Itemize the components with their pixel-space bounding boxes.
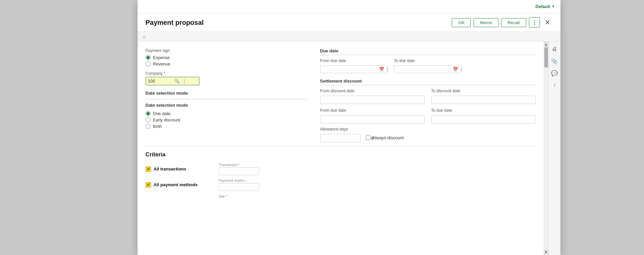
- payment-method-input[interactable]: [219, 183, 259, 191]
- transaction-field-label: Transaction *: [219, 163, 266, 167]
- radio-due-date-input[interactable]: [146, 111, 151, 116]
- all-payment-methods-label-col: All payment methods: [146, 182, 213, 188]
- print-icon-button[interactable]: 🖨: [549, 44, 559, 54]
- sidebar-icons: 🖨 📎 💬 ↑: [548, 42, 560, 255]
- settlement-to-due-input[interactable]: [431, 115, 536, 123]
- ok-button[interactable]: OK: [452, 18, 471, 27]
- memo-button[interactable]: Memo: [474, 18, 498, 27]
- to-discount-date-label: To discount date: [431, 89, 536, 93]
- all-transactions-label-col: All transactions: [146, 166, 213, 172]
- allowance-row: Allowance days Always discount: [320, 127, 536, 142]
- transaction-input[interactable]: [219, 167, 259, 175]
- comment-icon-button[interactable]: 💬: [549, 68, 559, 78]
- payment-method-field-label: Payment metho...: [219, 178, 266, 183]
- radio-expense[interactable]: Expense: [146, 55, 307, 60]
- payment-sign-group: Payment sign Expense Revenue: [146, 48, 307, 66]
- date-selection-section-title: Date selection mode: [146, 91, 307, 96]
- form-right: Due date From due date 📅 ⋮: [320, 48, 536, 142]
- radio-expense-label: Expense: [153, 55, 170, 60]
- criteria-section: Criteria All transactions Transaction *: [146, 146, 536, 198]
- site-row: Site *: [146, 194, 536, 198]
- settlement-section-title: Settlement discount: [320, 79, 536, 85]
- payment-sign-label: Payment sign: [146, 48, 307, 53]
- date-selection-subsection-title: Date selection mode: [146, 103, 307, 108]
- date-selection-divider: [146, 99, 307, 99]
- from-discount-date-label: From discount date: [320, 89, 425, 93]
- all-payment-methods-checkbox[interactable]: [146, 182, 151, 188]
- all-transactions-checkbox[interactable]: [146, 166, 151, 172]
- to-discount-date-field: To discount date: [431, 89, 536, 104]
- to-due-date-more-icon[interactable]: ⋮: [459, 67, 464, 72]
- from-discount-date-input[interactable]: [320, 96, 425, 104]
- site-field-label: Site *: [219, 194, 266, 198]
- to-due-date-calendar-icon[interactable]: 📅: [452, 67, 459, 72]
- all-payment-methods-row: All payment methods Payment metho...: [146, 178, 536, 191]
- radio-both-input[interactable]: [146, 124, 151, 129]
- radio-due-date[interactable]: Due date: [146, 111, 307, 116]
- to-discount-date-input[interactable]: [431, 96, 536, 104]
- close-button[interactable]: ✕: [543, 18, 552, 27]
- scroll-track: [544, 47, 548, 249]
- radio-early-discount[interactable]: Early discount: [146, 117, 307, 122]
- default-button[interactable]: Default: [536, 4, 555, 9]
- settlement-from-due-label: From due date: [320, 108, 425, 113]
- from-due-date-calendar-icon[interactable]: 📅: [378, 67, 385, 72]
- nav-bar: ⌂: [138, 32, 560, 42]
- company-search-icon[interactable]: 🔍: [173, 78, 181, 84]
- scroll-up-button[interactable]: ▲: [544, 42, 548, 47]
- company-more-icon[interactable]: ⋮: [181, 78, 188, 84]
- from-discount-date-field: From discount date: [320, 89, 425, 104]
- date-selection-radio-group: Due date Early discount Both: [146, 111, 307, 129]
- header-actions: OK Memo Recall ⋮ ✕: [452, 17, 552, 28]
- radio-both[interactable]: Both: [146, 124, 307, 129]
- from-due-date-more-icon[interactable]: ⋮: [385, 67, 391, 72]
- settlement-grid: From discount date To discount date From…: [320, 89, 536, 123]
- attach-icon-button[interactable]: 📎: [549, 56, 559, 66]
- date-row: From due date 📅 ⋮ To due date: [320, 58, 536, 73]
- always-discount-wrapper: Always discount: [366, 135, 404, 140]
- company-input[interactable]: [146, 77, 173, 85]
- radio-revenue-label: Revenue: [153, 61, 170, 66]
- due-date-section: Due date From due date 📅 ⋮: [320, 48, 536, 73]
- top-bar: Default: [138, 0, 560, 13]
- share-icon-button[interactable]: ↑: [549, 81, 559, 90]
- more-options-button[interactable]: ⋮: [529, 17, 540, 28]
- allowance-label: Allowance days: [320, 127, 360, 132]
- main-content: Payment sign Expense Revenue: [138, 42, 544, 255]
- transaction-field-col: Transaction *: [219, 163, 266, 175]
- always-discount-checkbox[interactable]: [366, 135, 370, 140]
- company-input-wrapper: 🔍 ⋮: [146, 77, 199, 85]
- to-due-date-input[interactable]: [396, 67, 452, 72]
- scroll-thumb[interactable]: [544, 47, 548, 67]
- to-due-date-label: To due date: [394, 58, 461, 63]
- radio-both-label: Both: [153, 124, 162, 129]
- from-due-date-field: From due date 📅 ⋮: [320, 58, 387, 73]
- company-label: Company *: [146, 71, 307, 76]
- radio-early-discount-input[interactable]: [146, 117, 151, 122]
- modal-body: Payment sign Expense Revenue: [138, 42, 560, 255]
- radio-revenue-input[interactable]: [146, 61, 151, 66]
- all-transactions-row: All transactions Transaction *: [146, 163, 536, 175]
- to-due-date-field: To due date 📅 ⋮: [394, 58, 461, 73]
- site-field-col: Site *: [219, 194, 266, 198]
- settlement-section: Settlement discount From discount date T…: [320, 79, 536, 123]
- form-section-top: Payment sign Expense Revenue: [146, 48, 536, 142]
- from-due-date-input[interactable]: [322, 67, 378, 72]
- scroll-down-button[interactable]: ▼: [544, 249, 548, 255]
- settlement-from-due-field: From due date: [320, 108, 425, 123]
- criteria-title: Criteria: [146, 151, 536, 158]
- to-due-date-input-wrapper: 📅 ⋮: [394, 65, 461, 73]
- form-left: Payment sign Expense Revenue: [146, 48, 307, 142]
- settlement-to-due-field: To due date: [431, 108, 536, 123]
- radio-revenue[interactable]: Revenue: [146, 61, 307, 66]
- settlement-from-due-input[interactable]: [320, 115, 425, 123]
- home-icon[interactable]: ⌂: [143, 34, 146, 39]
- from-due-date-label: From due date: [320, 58, 387, 63]
- radio-expense-input[interactable]: [146, 55, 151, 60]
- radio-due-date-label: Due date: [153, 111, 171, 116]
- modal-header: Payment proposal OK Memo Recall ⋮ ✕: [138, 13, 560, 32]
- company-required-star: *: [164, 71, 165, 76]
- payment-sign-radio-group: Expense Revenue: [146, 55, 307, 66]
- date-selection-section: Date selection mode Date selection mode …: [146, 91, 307, 129]
- recall-button[interactable]: Recall: [501, 18, 526, 27]
